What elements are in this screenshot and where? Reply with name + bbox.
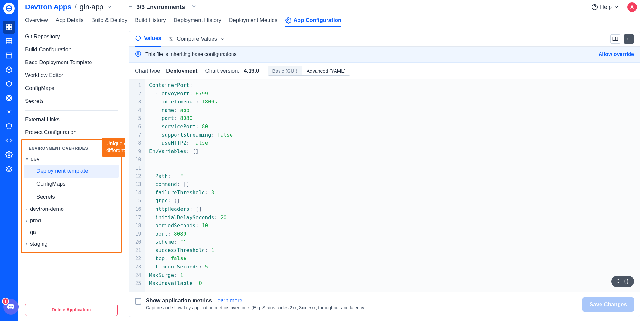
tab-build-history[interactable]: Build History [135, 17, 166, 27]
sidebar-item-build-config[interactable]: Build Configuration [18, 43, 125, 56]
save-changes-button[interactable]: Save Changes [582, 297, 634, 312]
env-row-qa[interactable]: ›qa [22, 227, 121, 238]
panel-footer: Show application metricsLearn more Captu… [129, 292, 640, 317]
breadcrumb-root[interactable]: Devtron Apps [25, 3, 71, 11]
chart-type-label: Chart type: [135, 68, 162, 74]
tab-overview[interactable]: Overview [25, 17, 48, 27]
config-sidebar: Git Repository Build Configuration Base … [18, 27, 125, 321]
svg-point-9 [9, 98, 9, 98]
svg-rect-2 [10, 24, 12, 26]
nav-layers-icon[interactable] [3, 162, 15, 175]
nav-code-icon[interactable] [3, 134, 15, 147]
tab-deployment-history[interactable]: Deployment History [174, 17, 221, 27]
tab-deployment-metrics[interactable]: Deployment Metrics [229, 17, 277, 27]
nav-grid-icon[interactable] [3, 35, 15, 48]
discord-badge: 1 [2, 298, 9, 305]
chart-meta-row: Chart type: Deployment Chart version: 4.… [129, 63, 640, 79]
env-row-staging[interactable]: ›staging [22, 238, 121, 250]
nav-target-icon[interactable] [3, 92, 15, 104]
env-callout: Unique configurations for different envi… [102, 138, 125, 157]
env-row-prod[interactable]: ›prod [22, 215, 121, 227]
variables-button[interactable] [624, 34, 634, 44]
env-child-configmaps[interactable]: ConfigMaps [24, 178, 119, 190]
info-strip: This file is inheriting base configurati… [129, 47, 640, 63]
env-child-deployment-template[interactable]: Deployment template [24, 165, 119, 178]
sidebar-item-base-template[interactable]: Base Deployment Template [18, 56, 125, 69]
user-avatar[interactable]: A [627, 2, 637, 12]
info-text: This file is inheriting base configurati… [145, 52, 237, 57]
chevron-right-icon: › [26, 242, 27, 246]
svg-rect-5 [6, 39, 12, 44]
learn-more-link[interactable]: Learn more [214, 297, 242, 304]
tab-build-deploy[interactable]: Build & Deploy [91, 17, 128, 27]
breadcrumb-leaf: gin-app [80, 3, 103, 11]
footer-title: Show application metrics [146, 297, 212, 304]
nav-shield-icon[interactable] [3, 120, 15, 133]
sidebar-item-workflow-editor[interactable]: Workflow Editor [18, 69, 125, 82]
env-filter[interactable]: 3/3 Environments [128, 3, 197, 11]
svg-rect-1 [6, 24, 8, 26]
env-child-secrets[interactable]: Secrets [24, 190, 119, 203]
tab-app-configuration[interactable]: App Configuration [285, 17, 341, 27]
global-nav: 1 [0, 0, 18, 321]
chevron-right-icon: › [26, 219, 27, 223]
drag-icon: ⠿ [616, 279, 619, 284]
braces-icon [623, 278, 630, 285]
breadcrumb-bar: Devtron Apps / gin-app 3/3 Environments … [18, 0, 644, 14]
devtron-logo[interactable] [3, 3, 15, 14]
sidebar-item-protect-config[interactable]: Protect Configuration [18, 126, 125, 139]
help-button[interactable]: Help [592, 4, 619, 11]
chevron-down-icon [191, 3, 197, 11]
app-tabs: Overview App Details Build & Deploy Buil… [18, 14, 644, 27]
tab-app-details[interactable]: App Details [56, 17, 84, 27]
sidebar-item-secrets[interactable]: Secrets [18, 95, 125, 108]
yaml-editor[interactable]: 1234567891011121314151617181920212223242… [129, 79, 640, 292]
chevron-right-icon: › [26, 230, 27, 235]
nav-gear-icon[interactable] [3, 106, 15, 119]
footer-subtitle: Capture and show key application metrics… [146, 305, 367, 310]
env-row-devtron-demo[interactable]: ›devtron-demo [22, 203, 121, 215]
nav-cube-icon[interactable] [3, 77, 15, 90]
svg-point-10 [8, 111, 10, 113]
breadcrumb-sep: / [74, 3, 76, 11]
sidebar-item-configmaps[interactable]: ConfigMaps [18, 82, 125, 95]
svg-rect-15 [138, 53, 138, 55]
chevron-right-icon: › [26, 207, 27, 211]
env-filter-label: 3/3 Environments [137, 4, 185, 11]
chart-version-label: Chart version: [205, 68, 239, 74]
discord-button[interactable]: 1 [3, 299, 19, 315]
readme-button[interactable] [610, 34, 620, 44]
info-icon [135, 51, 141, 58]
panel-tab-compare[interactable]: Compare Values [168, 36, 225, 42]
delete-application-button[interactable]: Delete Application [25, 304, 118, 316]
allow-override-link[interactable]: Allow override [599, 52, 634, 57]
metrics-checkbox[interactable] [135, 298, 141, 305]
config-panel: Values Compare Values This file is inher… [129, 31, 640, 317]
svg-point-13 [288, 20, 289, 21]
chevron-down-icon: ▾ [26, 157, 28, 161]
panel-tab-values[interactable]: Values [135, 31, 161, 47]
segment-advanced[interactable]: Advanced (YAML) [302, 66, 350, 75]
segment-basic[interactable]: Basic (GUI) [268, 66, 302, 75]
chevron-down-icon[interactable] [107, 4, 113, 11]
nav-apps-icon[interactable] [3, 21, 15, 34]
svg-rect-4 [10, 28, 12, 30]
svg-rect-3 [6, 28, 8, 30]
svg-point-16 [138, 52, 138, 53]
nav-settings-icon[interactable] [3, 148, 15, 161]
view-mode-segment: Basic (GUI) Advanced (YAML) [268, 66, 350, 76]
scoped-variables-pill[interactable]: ⠿ [611, 276, 634, 287]
nav-package-icon[interactable] [3, 63, 15, 76]
chart-type-value: Deployment [166, 68, 197, 74]
sidebar-item-external-links[interactable]: External Links [18, 113, 125, 126]
env-overrides-box: Unique configurations for different envi… [21, 139, 122, 253]
filter-icon [128, 3, 134, 11]
sidebar-item-git-repo[interactable]: Git Repository [18, 30, 125, 43]
chart-version-value: 4.19.0 [244, 68, 259, 74]
svg-point-11 [8, 154, 10, 156]
nav-window-icon[interactable] [3, 49, 15, 62]
